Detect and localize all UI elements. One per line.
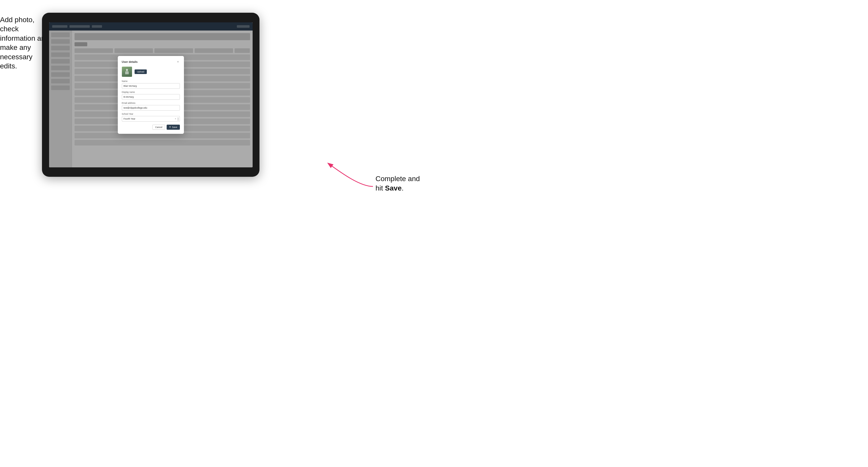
- email-field-group: Email address: [122, 102, 180, 111]
- annotation-left-line4: necessary edits.: [0, 53, 33, 70]
- school-year-label: School Year: [122, 113, 180, 115]
- school-year-input[interactable]: [122, 116, 180, 122]
- school-year-wrapper: × ▲ ▼: [122, 116, 180, 122]
- display-name-label: Display name: [122, 91, 180, 93]
- school-year-spinner-button[interactable]: ▲ ▼: [177, 117, 179, 121]
- tablet-device: User details × Upload: [42, 13, 259, 177]
- user-photo-thumbnail: [122, 67, 132, 77]
- photo-section: Upload: [122, 67, 180, 77]
- modal-header: User details ×: [122, 60, 180, 64]
- photo-preview: [122, 67, 132, 77]
- person-body: [125, 71, 129, 74]
- save-icon: ⬆: [169, 126, 171, 128]
- display-name-input[interactable]: [122, 94, 180, 100]
- annotation-right: Complete and hit Save.: [375, 174, 429, 193]
- spinner-up-icon: ▲: [177, 117, 179, 119]
- name-label: Name: [122, 80, 180, 83]
- school-year-controls: × ▲ ▼: [174, 117, 179, 121]
- display-name-field-group: Display name: [122, 91, 180, 100]
- save-button[interactable]: ⬆ Save: [167, 125, 180, 130]
- name-input[interactable]: [122, 83, 180, 89]
- school-year-field-group: School Year × ▲ ▼: [122, 113, 180, 122]
- annotation-right-bold: Save: [385, 184, 401, 192]
- name-field-group: Name: [122, 80, 180, 89]
- modal-close-button[interactable]: ×: [176, 60, 180, 64]
- email-input[interactable]: [122, 105, 180, 111]
- upload-photo-button[interactable]: Upload: [134, 69, 147, 74]
- modal-overlay: User details × Upload: [49, 22, 253, 167]
- annotation-right-line1: Complete and: [375, 175, 420, 183]
- annotation-left-line3: make any: [0, 43, 31, 51]
- person-head: [126, 69, 128, 71]
- save-label: Save: [172, 126, 177, 128]
- arrow-right-annotation: [327, 161, 378, 194]
- spinner-down-icon: ▼: [177, 119, 179, 121]
- person-silhouette: [125, 69, 129, 74]
- modal-title: User details: [122, 60, 137, 63]
- modal-footer: Cancel ⬆ Save: [122, 125, 180, 130]
- annotation-left-line1: Add photo, check: [0, 16, 34, 33]
- cancel-button[interactable]: Cancel: [152, 125, 165, 130]
- school-year-clear-button[interactable]: ×: [174, 118, 177, 120]
- tablet-screen: User details × Upload: [49, 22, 253, 167]
- user-details-modal: User details × Upload: [118, 56, 184, 134]
- email-label: Email address: [122, 102, 180, 104]
